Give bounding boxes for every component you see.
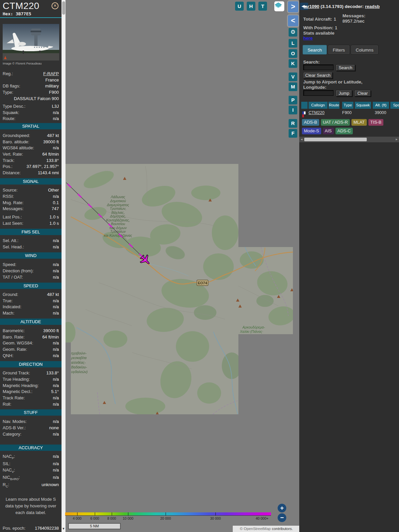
scroll-right-arrow-icon[interactable]: ► — [394, 137, 399, 142]
data-row: True:n/a — [0, 298, 62, 304]
stats-available-label: Stats available — [303, 31, 334, 36]
data-row: NACP:n/a — [0, 453, 62, 460]
pos-epoch-row: Pos. epoch: 1764092238 — [0, 525, 62, 531]
svg-text:Βαδακίου-: Βαδακίου- — [71, 365, 87, 369]
button-o[interactable]: O — [289, 49, 297, 58]
section-header-fms: FMS SEL — [0, 229, 62, 235]
tab-columns[interactable]: Columns — [351, 45, 378, 55]
data-row: Ground:487 kt — [0, 291, 62, 298]
tar1090-link[interactable]: tar1090 — [304, 4, 319, 9]
button-u[interactable]: U — [235, 2, 244, 11]
badge-mlat[interactable]: MLAT — [351, 119, 367, 126]
photo-credit: Image © Florent Peraudeau — [3, 62, 42, 65]
map-attribution: © OpenStreetMap contributors. — [233, 526, 300, 532]
data-row: NICBARO:n/a — [0, 474, 62, 480]
button-t[interactable]: T — [258, 2, 267, 11]
col-spd[interactable]: Spd. — [390, 102, 399, 109]
svg-text:Βουτσίου: Βουτσίου — [111, 222, 125, 226]
data-row: Track Rate:n/a — [0, 395, 62, 401]
prev-aircraft-button[interactable]: < — [288, 15, 298, 26]
data-row: Last Pos.:1.0 s — [0, 214, 62, 220]
badge-adsc[interactable]: ADS-C — [335, 128, 353, 134]
table-row-callsign[interactable]: CTM220 — [309, 109, 325, 116]
aircraft-photo[interactable] — [3, 24, 59, 61]
legend-tick — [128, 512, 128, 516]
legend-label: 40 000+ — [256, 516, 268, 520]
clear-search-button[interactable]: Clear Search — [303, 72, 332, 78]
badge-adsb[interactable]: ADS-B — [302, 119, 319, 126]
button-m[interactable]: M — [289, 82, 297, 91]
jump-clear-button[interactable]: Clear — [354, 90, 371, 96]
legend-tick — [215, 512, 216, 516]
tab-filters[interactable]: Filters — [328, 45, 350, 55]
zoom-in-button[interactable]: + — [278, 504, 286, 512]
svg-text:και Κοντοβάζαινας: και Κοντοβάζαινας — [104, 233, 133, 238]
col-callsign[interactable]: Callsign — [309, 102, 328, 109]
button-i[interactable]: I — [289, 106, 297, 114]
button-v[interactable]: V — [289, 72, 297, 81]
legend-tick — [112, 512, 112, 516]
sidebar-scrollbar[interactable]: ▼ — [62, 0, 66, 532]
legend-label: 30 000 — [210, 516, 221, 520]
data-row: True Heading:n/a — [0, 376, 62, 382]
button-l[interactable]: L — [289, 39, 297, 48]
button-p[interactable]: P — [289, 96, 297, 104]
info-row: Type Desc.:L3J — [0, 103, 62, 109]
button-k[interactable]: K — [289, 59, 297, 68]
jump-label: Jump to Airport or Latitude, — [303, 79, 362, 84]
svg-text:Τροπαίων,: Τροπαίων, — [110, 206, 126, 210]
badge-tisb[interactable]: TIS-B — [368, 119, 383, 126]
section-header-altitude: ALTITUDE — [0, 319, 62, 325]
badge-modes[interactable]: Mode-S — [302, 128, 321, 134]
readsb-link[interactable]: readsb — [365, 4, 380, 9]
map-area[interactable]: EO74 Λάδωνας Δημοτικού Διαμερίσματος Τρο… — [66, 0, 299, 532]
table-row-alt: 39000 — [375, 109, 386, 116]
col-squawk[interactable]: Squawk — [355, 102, 371, 109]
search-label: Search: — [303, 60, 320, 65]
col-flag[interactable] — [301, 102, 308, 109]
tab-search[interactable]: Search — [303, 45, 327, 55]
info-row: DASSAULT Falcon 900 — [0, 95, 62, 102]
scrollbar-thumb[interactable] — [304, 138, 367, 141]
close-icon[interactable]: ✕ — [52, 2, 59, 9]
jump-button[interactable]: Jump — [336, 90, 352, 96]
button-f[interactable]: F — [289, 129, 297, 138]
search-input[interactable] — [303, 65, 333, 70]
layers-icon[interactable] — [274, 1, 284, 11]
data-row: Track:133.8° — [0, 157, 62, 164]
data-row: QNH:n/a — [0, 352, 62, 359]
stats-here-link[interactable]: here — [303, 36, 313, 41]
data-row: Groundspeed:487 kt — [0, 132, 62, 139]
data-row: Mach:n/a — [0, 310, 62, 316]
registration-link[interactable]: F-RAFP — [13, 70, 59, 77]
settings-gear-icon[interactable]: ⚙ — [289, 28, 297, 37]
button-r[interactable]: R — [289, 119, 297, 128]
data-row: Direction (from):n/a — [0, 268, 62, 274]
button-h[interactable]: H — [247, 2, 255, 11]
map-scale: 5 NM — [68, 523, 121, 529]
jump-input[interactable] — [303, 90, 333, 96]
col-alt[interactable]: Alt. (ft) — [373, 102, 389, 109]
data-row: Pos.:37.697°, 21.957° — [0, 163, 62, 170]
scrollbar-down-arrow-icon[interactable]: ▼ — [62, 526, 66, 531]
mode-s-note: Learn more about Mode S data type by hov… — [0, 496, 62, 516]
col-type[interactable]: Type — [342, 102, 353, 109]
badge-uat-adsr[interactable]: UAT / ADS-R — [321, 119, 350, 126]
col-route[interactable]: Route — [329, 102, 339, 109]
cutoff-place-label: ηχοβούνι- ρεσκαβίτα αλλιθέας- Βαδακίου- … — [71, 351, 88, 374]
section-header-speed: SPEED — [0, 283, 62, 289]
badge-ais[interactable]: AIS — [323, 128, 334, 134]
table-horizontal-scrollbar[interactable]: ◄ ► — [299, 137, 399, 142]
data-row: Source:Other — [0, 187, 62, 193]
data-row: Geom. Rate:n/a — [0, 346, 62, 352]
legend-label: 20 000 — [160, 516, 171, 520]
zoom-out-button[interactable]: − — [278, 513, 286, 522]
next-aircraft-button[interactable]: > — [288, 1, 298, 12]
scroll-left-arrow-icon[interactable]: ◄ — [299, 137, 304, 142]
svg-text:ηχοβούνι-: ηχοβούνι- — [71, 351, 86, 355]
legend-tick — [77, 512, 77, 516]
scrollbar-thumb[interactable] — [62, 1, 65, 15]
search-button[interactable]: Search — [336, 65, 355, 71]
section-header-wind: WIND — [0, 252, 62, 259]
tar1090-app: CTM220 Hex: 3B77E5 ✕ — [0, 0, 399, 532]
